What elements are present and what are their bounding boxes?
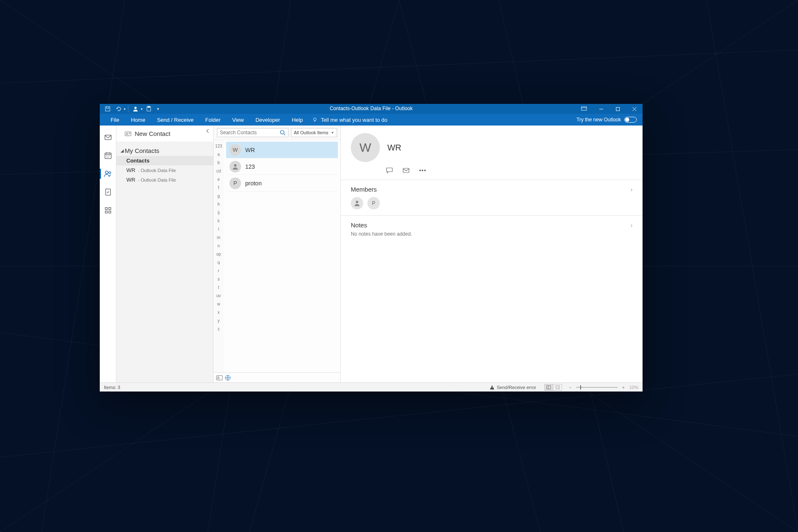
- menu-item-home[interactable]: Home: [125, 114, 151, 126]
- qat-customize-icon[interactable]: ▾: [155, 104, 161, 113]
- member-avatar[interactable]: [351, 197, 363, 209]
- alpha-index-item[interactable]: b: [217, 159, 220, 166]
- minimize-button[interactable]: [593, 104, 609, 114]
- qat-undo-icon[interactable]: [114, 104, 123, 113]
- zoom-in-button[interactable]: +: [622, 385, 625, 390]
- alpha-index-item[interactable]: q: [217, 259, 220, 266]
- alpha-index-item[interactable]: h: [217, 201, 220, 208]
- list-footer: [214, 372, 340, 382]
- svg-rect-48: [217, 375, 222, 380]
- alpha-index-item[interactable]: w: [217, 300, 220, 308]
- svg-rect-58: [556, 386, 560, 389]
- title-bar: ▾ ▾ ▾ Contacts-Outlook Data File - Outlo…: [100, 104, 643, 114]
- alpha-index-item[interactable]: ij: [218, 209, 219, 216]
- send-receive-error[interactable]: Send/Receive error: [490, 385, 536, 390]
- qat-profile-dropdown[interactable]: ▾: [141, 107, 143, 111]
- zoom-slider[interactable]: [576, 387, 618, 388]
- rail-calendar-icon[interactable]: [100, 148, 116, 163]
- contact-avatar-small: W: [229, 144, 241, 156]
- alpha-index-item[interactable]: f: [218, 184, 219, 191]
- contact-row[interactable]: WWR: [226, 142, 338, 158]
- contact-card-view-icon[interactable]: [216, 374, 223, 381]
- rail-mail-icon[interactable]: [100, 130, 116, 145]
- alpha-index-item[interactable]: m: [217, 234, 220, 241]
- menu-item-help[interactable]: Help: [286, 114, 309, 126]
- alpha-index-item[interactable]: t: [218, 284, 219, 291]
- folder-item-label: Contacts: [126, 158, 150, 164]
- svg-point-45: [281, 131, 284, 134]
- alpha-index-item[interactable]: n: [217, 242, 220, 249]
- svg-rect-20: [616, 107, 619, 111]
- toggle-switch[interactable]: [624, 117, 637, 123]
- search-scope-dropdown[interactable]: All Outlook Items ▼: [291, 128, 337, 137]
- alpha-index-item[interactable]: s: [218, 276, 220, 283]
- more-actions-icon[interactable]: •••: [419, 167, 426, 174]
- svg-point-23: [313, 118, 316, 121]
- alpha-index-item[interactable]: z: [218, 325, 220, 332]
- folder-item[interactable]: Contacts: [116, 156, 213, 165]
- menu-item-view[interactable]: View: [227, 114, 250, 126]
- folder-item[interactable]: WR- Outlook Data File: [116, 175, 213, 185]
- qat-save-icon[interactable]: [103, 104, 112, 113]
- menu-item-folder[interactable]: Folder: [200, 114, 227, 126]
- new-contact-button[interactable]: New Contact: [116, 126, 213, 142]
- alpha-index-item[interactable]: l: [218, 226, 219, 233]
- globe-view-icon[interactable]: [224, 374, 231, 381]
- menu-item-file[interactable]: File: [105, 114, 125, 126]
- rail-people-icon[interactable]: [100, 166, 116, 181]
- menu-item-send-receive[interactable]: Send / Receive: [151, 114, 200, 126]
- svg-point-53: [356, 201, 358, 203]
- contact-row[interactable]: Pproton: [226, 175, 338, 192]
- view-reading-button[interactable]: [554, 384, 562, 391]
- try-new-outlook-toggle[interactable]: Try the new Outlook: [576, 117, 643, 123]
- contact-list: WWR123Pproton: [224, 140, 340, 372]
- folder-item-label: WR: [126, 177, 135, 183]
- contact-avatar: W: [351, 133, 380, 162]
- rail-more-apps-icon[interactable]: [100, 203, 116, 218]
- contact-row[interactable]: 123: [226, 158, 338, 175]
- alpha-index-item[interactable]: r: [218, 267, 219, 274]
- alpha-index-item[interactable]: uv: [217, 292, 221, 299]
- close-button[interactable]: [626, 104, 643, 114]
- alpha-index-item[interactable]: k: [218, 217, 220, 224]
- qat-profile-icon[interactable]: [131, 104, 140, 113]
- view-normal-button[interactable]: [544, 384, 553, 391]
- new-contact-label: New Contact: [135, 130, 170, 137]
- svg-rect-24: [105, 135, 111, 140]
- alpha-index-item[interactable]: y: [218, 317, 220, 324]
- svg-rect-52: [403, 168, 409, 172]
- contact-row-name: proton: [245, 180, 262, 187]
- chat-icon[interactable]: [386, 167, 393, 174]
- alpha-index-item[interactable]: 123: [215, 143, 222, 150]
- tell-me-search[interactable]: Tell me what you want to do: [312, 117, 387, 123]
- qat-paste-icon[interactable]: [144, 104, 153, 113]
- alpha-index-item[interactable]: a: [217, 151, 220, 158]
- member-avatar[interactable]: P: [367, 197, 380, 209]
- send-receive-error-label: Send/Receive error: [497, 385, 536, 390]
- ribbon-display-options-icon[interactable]: [578, 104, 590, 114]
- members-expand-icon[interactable]: ›: [631, 186, 633, 193]
- search-input[interactable]: [220, 130, 286, 135]
- alpha-index-item[interactable]: cd: [217, 167, 221, 175]
- members-section: Members › P: [341, 180, 643, 215]
- notes-expand-icon[interactable]: ›: [631, 222, 633, 229]
- view-switcher: [544, 384, 562, 391]
- members-avatars: P: [351, 197, 633, 209]
- search-contacts-box[interactable]: [217, 128, 288, 137]
- alpha-index-item[interactable]: op: [216, 251, 221, 258]
- zoom-out-button[interactable]: −: [569, 385, 572, 390]
- menu-item-developer[interactable]: Developer: [250, 114, 286, 126]
- folder-item[interactable]: WR- Outlook Data File: [116, 165, 213, 175]
- maximize-button[interactable]: [609, 104, 626, 114]
- qat-undo-dropdown[interactable]: ▾: [124, 107, 126, 111]
- my-contacts-header[interactable]: ◢ My Contacts: [116, 142, 213, 156]
- contact-row-name: 123: [245, 163, 255, 170]
- rail-tasks-icon[interactable]: [100, 185, 116, 200]
- alpha-index-item[interactable]: g: [217, 192, 220, 200]
- collapse-pane-icon[interactable]: [205, 128, 211, 134]
- svg-point-42: [126, 133, 128, 134]
- alpha-index-item[interactable]: e: [217, 176, 220, 183]
- email-icon[interactable]: [402, 167, 410, 174]
- search-icon[interactable]: [280, 130, 286, 135]
- alpha-index-item[interactable]: x: [218, 309, 220, 316]
